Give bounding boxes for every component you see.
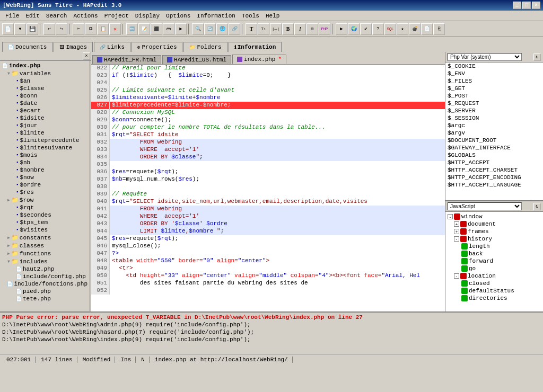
tree-var-tps[interactable]: ▪$tps_tem: [1, 219, 89, 226]
toolbar-btn5[interactable]: 🔤: [126, 23, 138, 35]
javascript-select[interactable]: JavaScript: [448, 202, 522, 210]
toolbar-Ts[interactable]: T₁: [258, 23, 269, 35]
php-var-list[interactable]: $_COOKIE $_ENV $_FILES $_GET $_POST $_RE…: [445, 63, 543, 200]
tree-var-conn[interactable]: ▪$conn: [1, 92, 89, 100]
tree-var-row[interactable]: ▶ 📁 $row: [1, 196, 89, 204]
toolbar-link[interactable]: 🔗: [229, 23, 240, 35]
toolbar-help[interactable]: ?: [372, 23, 384, 35]
menu-information[interactable]: Information: [194, 12, 239, 20]
javascript-tree[interactable]: - window + document + frames: [445, 212, 543, 311]
tree-folder-includes[interactable]: ▼ 📁 includes: [1, 257, 89, 265]
toolbar-sql[interactable]: SQL: [384, 23, 396, 35]
tree-var-res[interactable]: ▪$res: [1, 189, 89, 196]
js-refresh[interactable]: ↻: [533, 203, 541, 210]
tree-var-an[interactable]: ▪$an: [1, 77, 89, 85]
phpvar-http-accept[interactable]: $HTTP_ACCEPT: [445, 159, 543, 166]
js-item-window[interactable]: - window: [446, 213, 542, 220]
tree-file-haut2[interactable]: 📄haut2.php: [1, 265, 89, 273]
menu-options[interactable]: Options: [163, 12, 194, 20]
phpvar-cookie[interactable]: $_COOKIE: [445, 63, 543, 70]
toolbar-I[interactable]: I: [294, 23, 306, 35]
js-item-closed[interactable]: closed: [446, 280, 542, 287]
toolbar-copy[interactable]: ⧉: [85, 23, 97, 35]
toolbar-btn6[interactable]: 📝: [138, 23, 150, 35]
js-item-document[interactable]: + document: [446, 220, 542, 228]
menu-tools[interactable]: Tools: [239, 12, 262, 20]
toolbar-B[interactable]: B: [282, 23, 294, 35]
tree-folder-variables[interactable]: ▼ 📁 variables: [1, 69, 89, 77]
menu-file[interactable]: File: [2, 12, 22, 20]
expand-includes[interactable]: ▼: [7, 259, 10, 264]
editor-tab-fr-html[interactable]: HAPedit_FR.html: [92, 55, 161, 64]
js-item-go[interactable]: go: [446, 265, 542, 272]
phpvar-files[interactable]: $_FILES: [445, 77, 543, 85]
expand-classes[interactable]: ▶: [7, 243, 10, 248]
menu-actions[interactable]: Actions: [70, 12, 101, 20]
tree-var-secondes[interactable]: ▪$secondes: [1, 211, 89, 219]
js-item-directories[interactable]: directories: [446, 295, 542, 302]
tree-folder-classes[interactable]: ▶ 📁 classes: [1, 242, 89, 250]
toolbar-ext[interactable]: ⎘: [433, 23, 445, 35]
phpvar-post[interactable]: $_POST: [445, 92, 543, 100]
phpvar-gateway[interactable]: $GATEWAY_INTERFACE: [445, 144, 543, 152]
filetree-close-button[interactable]: ×: [83, 52, 90, 60]
expand-variables[interactable]: ▼: [7, 71, 10, 76]
tree-var-rqt[interactable]: ▪$rqt: [1, 204, 89, 211]
toolbar-run[interactable]: ▶: [336, 23, 347, 35]
tree-var-limitesuivante[interactable]: ▪$limitesuivante: [1, 144, 89, 152]
toolbar-replace[interactable]: 🔄: [204, 23, 216, 35]
expand-functions[interactable]: ▶: [7, 251, 10, 256]
tree-file-config[interactable]: 📄include/config.php: [1, 273, 89, 280]
tab-images[interactable]: 🖼 Images: [54, 42, 93, 52]
menu-project[interactable]: Project: [101, 12, 132, 20]
tree-var-nombre[interactable]: ▪$nombre: [1, 166, 89, 174]
toolbar-search[interactable]: 🔍: [192, 23, 204, 35]
toolbar-page[interactable]: 📄: [421, 23, 433, 35]
menu-display[interactable]: Display: [132, 12, 163, 20]
tab-folders[interactable]: 📁 Folders: [183, 42, 227, 52]
toolbar-save[interactable]: 💾: [27, 23, 38, 35]
toolbar-sep-icon[interactable]: |—|: [270, 23, 282, 35]
toolbar-redo[interactable]: ↪: [56, 23, 67, 35]
tree-var-now[interactable]: ▪$now: [1, 174, 89, 181]
tab-properties[interactable]: ⚙ Properties: [132, 42, 182, 52]
php-var-select[interactable]: Php Var (system): [448, 53, 522, 61]
tree-var-nb[interactable]: ▪$nb: [1, 159, 89, 166]
expand-row[interactable]: ▶: [7, 198, 10, 202]
tree-var-ecart[interactable]: ▪$ecart: [1, 107, 89, 114]
toolbar-cut[interactable]: ✂: [73, 23, 84, 35]
js-item-location[interactable]: - location: [446, 272, 542, 280]
expand-location[interactable]: -: [454, 273, 459, 279]
menu-help[interactable]: Help: [262, 12, 283, 20]
php-var-refresh[interactable]: ↻: [533, 54, 541, 61]
editor-tab-us-html[interactable]: HAPedit_US.html: [162, 55, 231, 64]
toolbar-btn7[interactable]: ⬛: [151, 23, 162, 35]
js-item-length[interactable]: length: [446, 243, 542, 250]
toolbar-new[interactable]: 📄: [2, 23, 14, 35]
toolbar-check[interactable]: ✔: [360, 23, 372, 35]
phpvar-globals[interactable]: $GLOBALS: [445, 152, 543, 159]
menu-edit[interactable]: Edit: [22, 12, 42, 20]
tree-var-mois[interactable]: ▪$mois: [1, 152, 89, 159]
tree-file-tete[interactable]: 📄tete.php: [1, 295, 89, 302]
toolbar-sym[interactable]: ⊞: [306, 23, 318, 35]
phpvar-server[interactable]: $_SERVER: [445, 107, 543, 114]
js-item-frames[interactable]: + frames: [446, 228, 542, 235]
expand-frames[interactable]: +: [454, 229, 459, 234]
editor-tab-index-php[interactable]: index.php *: [232, 55, 286, 64]
js-item-defaultstatus[interactable]: defaultStatus: [446, 287, 542, 295]
toolbar-open[interactable]: ▼: [14, 23, 26, 35]
toolbar-bomb[interactable]: 💣: [409, 23, 421, 35]
close-button[interactable]: ×: [532, 2, 540, 9]
phpvar-http-accept-encoding[interactable]: $HTTP_ACCEPT_ENCODING: [445, 174, 543, 181]
toolbar-T[interactable]: T: [246, 23, 257, 35]
phpvar-env[interactable]: $_ENV: [445, 70, 543, 77]
tree-var-classe[interactable]: ▪$classe: [1, 85, 89, 92]
expand-constants[interactable]: ▶: [7, 235, 10, 240]
tree-var-limite[interactable]: ▪$limite: [1, 129, 89, 137]
toolbar-btn8[interactable]: 🗃: [163, 23, 174, 35]
tree-folder-constants[interactable]: ▶ 📁 constants: [1, 234, 89, 242]
tree-folder-functions[interactable]: ▶ 📁 functions: [1, 250, 89, 257]
js-item-back[interactable]: back: [446, 250, 542, 257]
minimize-button[interactable]: _: [513, 2, 521, 9]
